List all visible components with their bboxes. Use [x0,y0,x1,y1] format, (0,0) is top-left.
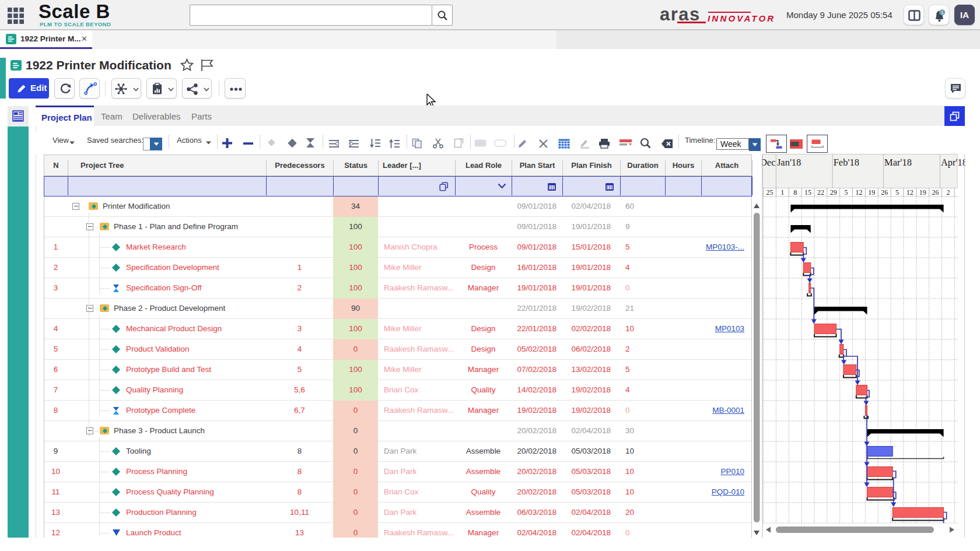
svg-text:19: 19 [919,188,926,196]
svg-text:26: 26 [881,188,888,196]
svg-text:15: 15 [804,188,811,196]
svg-text:25: 25 [766,188,774,196]
svg-text:5: 5 [895,188,899,196]
svg-text:8: 8 [793,188,797,196]
svg-text:Apr'18: Apr'18 [941,157,965,168]
svg-text:1: 1 [941,9,943,15]
svg-text:1: 1 [780,188,784,196]
svg-text:22: 22 [817,188,824,196]
svg-text:26: 26 [932,188,939,196]
svg-text:Jan'18: Jan'18 [777,157,801,168]
svg-text:2: 2 [946,188,950,196]
svg-text:Mar'18: Mar'18 [884,157,912,168]
svg-text:Feb'18: Feb'18 [834,157,859,168]
svg-text:5: 5 [845,188,848,196]
svg-text:12: 12 [907,188,914,196]
svg-text:19: 19 [868,188,875,196]
svg-text:12: 12 [856,188,863,196]
svg-text:Dec: Dec [762,157,776,168]
svg-text:29: 29 [830,188,837,196]
